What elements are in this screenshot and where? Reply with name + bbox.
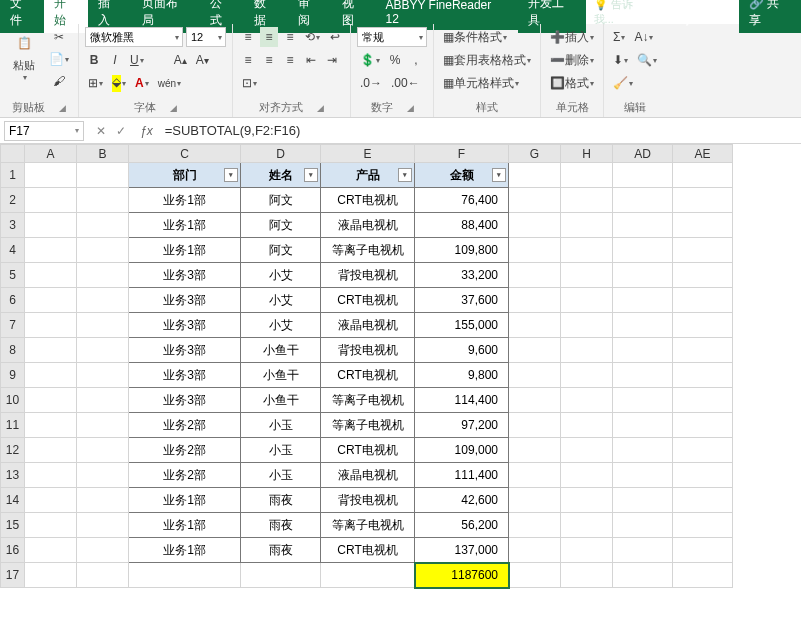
cell[interactable] <box>25 338 77 363</box>
cell[interactable] <box>561 538 613 563</box>
cell[interactable] <box>673 188 733 213</box>
cell[interactable] <box>509 238 561 263</box>
row-header[interactable]: 10 <box>1 388 25 413</box>
cell[interactable] <box>25 163 77 188</box>
cell[interactable] <box>673 413 733 438</box>
cell[interactable] <box>673 388 733 413</box>
row-header[interactable]: 5 <box>1 263 25 288</box>
cell[interactable] <box>673 288 733 313</box>
fill-button[interactable]: ⬇▾ <box>610 50 631 70</box>
cell[interactable] <box>673 563 733 588</box>
align-bottom-button[interactable]: ≡ <box>281 27 299 47</box>
filter-icon[interactable]: ▾ <box>304 168 318 182</box>
cell[interactable] <box>77 338 129 363</box>
cell[interactable]: 产品▾ <box>321 163 415 188</box>
cell[interactable] <box>561 563 613 588</box>
cell[interactable] <box>613 263 673 288</box>
cell[interactable] <box>561 313 613 338</box>
cell[interactable]: 液晶电视机 <box>321 213 415 238</box>
cell[interactable] <box>673 463 733 488</box>
cell[interactable]: 88,400 <box>415 213 509 238</box>
filter-icon[interactable]: ▾ <box>492 168 506 182</box>
cell[interactable] <box>613 163 673 188</box>
cell[interactable] <box>561 338 613 363</box>
bold-button[interactable]: B <box>85 50 103 70</box>
dec-decimal-button[interactable]: .00← <box>388 73 423 93</box>
underline-button[interactable]: U▾ <box>127 50 147 70</box>
accept-formula-icon[interactable]: ✓ <box>116 124 126 138</box>
cell[interactable]: 液晶电视机 <box>321 313 415 338</box>
cell[interactable] <box>673 238 733 263</box>
cell[interactable]: 33,200 <box>415 263 509 288</box>
cell[interactable]: 业务1部 <box>129 238 241 263</box>
cell[interactable]: 液晶电视机 <box>321 463 415 488</box>
cell[interactable] <box>509 438 561 463</box>
cell[interactable] <box>25 363 77 388</box>
row-header[interactable]: 15 <box>1 513 25 538</box>
cell[interactable]: 小鱼干 <box>241 338 321 363</box>
cell[interactable]: 109,800 <box>415 238 509 263</box>
cell[interactable]: 业务3部 <box>129 263 241 288</box>
cell[interactable] <box>25 313 77 338</box>
formula-input[interactable]: =SUBTOTAL(9,F2:F16) <box>159 123 801 138</box>
insert-cells-button[interactable]: ➕ 插入▾ <box>547 27 597 47</box>
cell[interactable]: CRT电视机 <box>321 438 415 463</box>
cell[interactable]: CRT电视机 <box>321 188 415 213</box>
cell[interactable] <box>77 438 129 463</box>
cell[interactable] <box>509 163 561 188</box>
tell-me[interactable]: 💡 告诉我... <box>586 0 661 27</box>
cell[interactable] <box>509 363 561 388</box>
cell[interactable] <box>77 213 129 238</box>
row-header[interactable]: 13 <box>1 463 25 488</box>
cell[interactable] <box>25 413 77 438</box>
cell[interactable]: 42,600 <box>415 488 509 513</box>
row-header[interactable]: 7 <box>1 313 25 338</box>
cell[interactable] <box>25 238 77 263</box>
cell[interactable] <box>613 413 673 438</box>
cell[interactable]: 小鱼干 <box>241 388 321 413</box>
cell[interactable]: 业务1部 <box>129 213 241 238</box>
row-header[interactable]: 3 <box>1 213 25 238</box>
cell[interactable]: CRT电视机 <box>321 288 415 313</box>
cell[interactable]: 小艾 <box>241 263 321 288</box>
cell[interactable] <box>509 188 561 213</box>
filter-icon[interactable]: ▾ <box>398 168 412 182</box>
cell[interactable]: 金额▾ <box>415 163 509 188</box>
cell[interactable] <box>25 513 77 538</box>
cell[interactable]: 等离子电视机 <box>321 388 415 413</box>
cell[interactable] <box>509 313 561 338</box>
cell[interactable] <box>129 563 241 588</box>
format-cells-button[interactable]: 🔲 格式▾ <box>547 73 597 93</box>
cell[interactable] <box>673 363 733 388</box>
cell[interactable] <box>509 338 561 363</box>
row-header[interactable]: 16 <box>1 538 25 563</box>
row-header[interactable]: 14 <box>1 488 25 513</box>
cell[interactable]: 9,800 <box>415 363 509 388</box>
cell[interactable]: 业务3部 <box>129 313 241 338</box>
align-right-button[interactable]: ≡ <box>281 50 299 70</box>
table-format-button[interactable]: ▦ 套用表格格式▾ <box>440 50 534 70</box>
col-header-C[interactable]: C <box>129 145 241 163</box>
cell[interactable] <box>77 388 129 413</box>
row-header[interactable]: 17 <box>1 563 25 588</box>
cell[interactable] <box>77 238 129 263</box>
cell[interactable] <box>77 413 129 438</box>
font-launcher-icon[interactable]: ◢ <box>170 103 177 113</box>
phonetic-button[interactable]: wén▾ <box>155 73 184 93</box>
cell[interactable] <box>25 538 77 563</box>
cell[interactable]: 56,200 <box>415 513 509 538</box>
col-header-AE[interactable]: AE <box>673 145 733 163</box>
row-header[interactable]: 8 <box>1 338 25 363</box>
wrap-text-button[interactable]: ↩ <box>326 27 344 47</box>
inc-decimal-button[interactable]: .0→ <box>357 73 385 93</box>
cell[interactable] <box>77 313 129 338</box>
cell[interactable] <box>25 388 77 413</box>
cell[interactable]: 小玉 <box>241 463 321 488</box>
cell[interactable] <box>509 538 561 563</box>
cell[interactable] <box>321 563 415 588</box>
cell[interactable] <box>613 513 673 538</box>
row-header[interactable]: 11 <box>1 413 25 438</box>
fill-color-button[interactable]: ⬙▾ <box>109 73 129 93</box>
cell[interactable] <box>561 463 613 488</box>
border-button[interactable]: ⊞▾ <box>85 73 106 93</box>
